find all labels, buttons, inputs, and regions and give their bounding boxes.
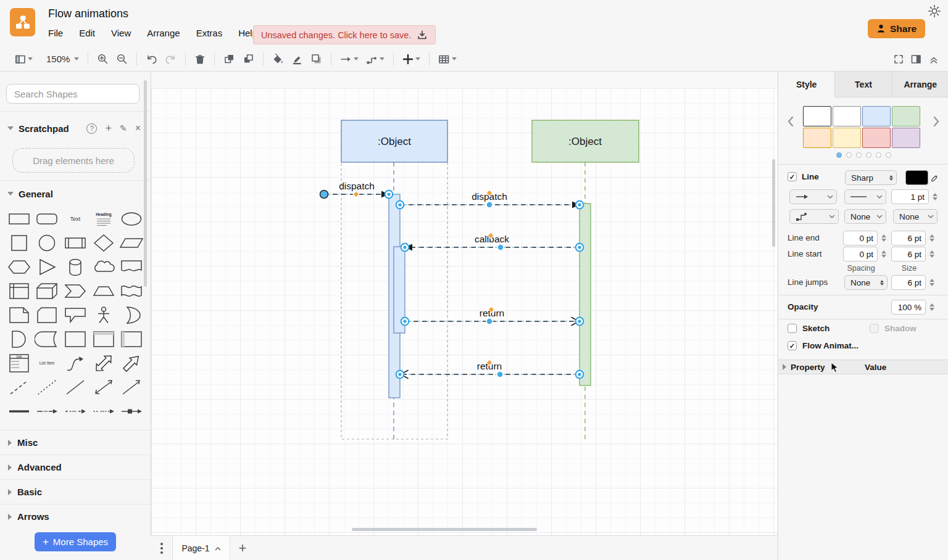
shape-curve[interactable] <box>61 353 89 374</box>
shape-square[interactable] <box>5 233 33 253</box>
carousel-dot-2[interactable] <box>846 152 852 158</box>
shape-and[interactable] <box>5 329 33 350</box>
search-input[interactable] <box>7 89 139 99</box>
menu-extras[interactable]: Extras <box>196 28 223 38</box>
shape-wire-edge[interactable] <box>117 401 146 422</box>
shape-text[interactable]: Text <box>61 208 89 229</box>
shape-dotted-labeled-edge[interactable] <box>89 401 118 422</box>
style-swatch-7[interactable] <box>862 128 891 148</box>
message-callback[interactable]: callback <box>401 233 584 251</box>
sidebar-scrollbar[interactable] <box>144 80 147 287</box>
section-basic[interactable]: Basic <box>0 479 151 504</box>
line-end-size-stepper[interactable]: 6 pt <box>891 231 936 245</box>
style-swatch-8[interactable] <box>892 128 920 148</box>
section-arrows[interactable]: Arrows <box>0 504 151 529</box>
zoom-level-dropdown[interactable]: 150% <box>36 51 83 68</box>
shape-directional-connector[interactable] <box>117 377 146 398</box>
shape-step[interactable] <box>61 281 89 302</box>
shape-list-item[interactable]: List Item <box>33 353 62 374</box>
shape-link[interactable] <box>5 401 33 422</box>
edge-midpoint-handle[interactable] <box>497 371 503 377</box>
tab-arrange[interactable]: Arrange <box>892 72 948 97</box>
connection-arrow-dropdown[interactable] <box>336 51 362 68</box>
section-advanced[interactable]: Advanced <box>0 455 151 479</box>
zoom-out-button[interactable] <box>112 51 131 68</box>
line-end-spacing-value[interactable]: 0 pt <box>843 231 878 245</box>
drawing-canvas[interactable]: :Object :Object dispatch <box>151 72 777 535</box>
waypoints-dropdown[interactable] <box>362 51 388 68</box>
line-style-select[interactable]: Sharp <box>845 170 897 185</box>
shape-tape[interactable] <box>117 281 146 302</box>
share-button[interactable]: Share <box>868 19 925 38</box>
undo-button[interactable] <box>142 51 161 68</box>
shape-cloud[interactable] <box>89 257 118 278</box>
zoom-in-button[interactable] <box>93 51 112 68</box>
opacity-stepper[interactable]: 100 % <box>891 300 936 315</box>
style-swatch-2[interactable] <box>833 106 861 126</box>
edge-midpoint-handle[interactable] <box>497 244 504 250</box>
menu-arrange[interactable]: Arrange <box>147 28 180 38</box>
connection-none-dropdown-2[interactable]: None <box>893 209 938 224</box>
shape-cube[interactable] <box>33 281 62 302</box>
line-end-size-value[interactable]: 6 pt <box>891 231 926 245</box>
line-start-spacing-value[interactable]: 0 pt <box>843 247 878 261</box>
shape-circle[interactable] <box>33 233 62 253</box>
shape-callout[interactable] <box>61 305 89 326</box>
message-dispatch-1[interactable]: dispatch <box>320 181 393 199</box>
shadow-checkbox[interactable] <box>870 324 879 333</box>
menu-view[interactable]: View <box>111 28 131 38</box>
more-shapes-button[interactable]: + More Shapes <box>35 532 116 551</box>
shape-horizontal-container[interactable] <box>117 329 146 350</box>
line-start-size-stepper[interactable]: 6 pt <box>891 247 936 261</box>
redo-button[interactable] <box>161 51 180 68</box>
color-swatch-black[interactable] <box>905 170 928 185</box>
tab-text[interactable]: Text <box>835 72 892 97</box>
shape-internal-storage[interactable] <box>5 281 33 302</box>
shape-rounded-rectangle[interactable] <box>33 208 62 229</box>
shape-list[interactable]: List <box>5 353 33 374</box>
line-jumps-size-stepper[interactable]: 6 pt <box>891 275 936 290</box>
to-back-button[interactable] <box>239 51 258 68</box>
line-color-button[interactable] <box>288 51 307 68</box>
menu-edit[interactable]: Edit <box>79 28 95 38</box>
help-icon[interactable]: ? <box>86 123 97 134</box>
stepper-arrows[interactable] <box>931 189 939 204</box>
delete-button[interactable] <box>191 51 209 68</box>
edge-source-handle[interactable] <box>320 191 328 199</box>
style-swatch-6[interactable] <box>833 128 861 148</box>
section-misc[interactable]: Misc <box>0 430 151 455</box>
add-icon[interactable]: + <box>105 122 112 135</box>
shape-triangle[interactable] <box>33 257 62 278</box>
theme-toggle-icon[interactable] <box>928 4 941 18</box>
collapse-toolbar-button[interactable] <box>928 54 939 65</box>
shape-data-storage[interactable] <box>33 329 62 350</box>
scratchpad-dropzone[interactable]: Drag elements here <box>12 148 135 173</box>
waypoints-style-dropdown[interactable] <box>789 209 839 224</box>
shape-dashed-line[interactable] <box>5 377 33 398</box>
page-tab[interactable]: Page-1 <box>172 536 230 560</box>
shape-diamond[interactable] <box>89 233 118 253</box>
eyedropper-icon[interactable] <box>931 174 939 182</box>
shape-ellipse[interactable] <box>117 208 146 229</box>
shape-search[interactable] <box>6 84 139 104</box>
fullscreen-button[interactable] <box>893 54 904 65</box>
shape-arrow[interactable] <box>117 353 146 374</box>
message-dispatch-2[interactable]: dispatch <box>396 190 584 208</box>
message-return-2[interactable]: return <box>396 360 584 378</box>
vertical-scrollbar[interactable] <box>772 159 775 247</box>
object-box-green[interactable]: :Object <box>532 120 639 162</box>
style-swatch-3[interactable] <box>862 106 891 126</box>
menu-file[interactable]: File <box>48 28 63 38</box>
shape-document[interactable] <box>117 257 146 278</box>
panel-view-button[interactable] <box>11 51 36 68</box>
line-start-spacing-stepper[interactable]: 0 pt <box>843 247 888 261</box>
edge-midpoint-handle[interactable] <box>486 318 493 324</box>
flow-waypoint-diamond[interactable] <box>353 191 359 197</box>
flow-animation-checkbox[interactable]: ✓ <box>788 341 797 350</box>
line-jumps-select[interactable]: None <box>844 275 888 290</box>
property-table-header[interactable]: Property Value <box>778 360 948 374</box>
scratchpad-section[interactable]: Scratchpad ? + ✎ × <box>0 121 151 136</box>
line-width-stepper[interactable]: 1 pt <box>891 189 939 204</box>
shape-trapezoid[interactable] <box>89 281 118 302</box>
shape-process[interactable] <box>61 233 89 253</box>
